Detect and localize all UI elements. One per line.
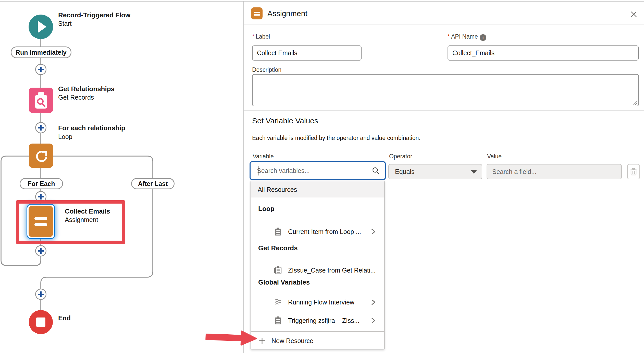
get-records-node[interactable] (29, 88, 53, 113)
get-records-node-title: Get Relationships (58, 85, 115, 93)
list-item-current-item-from-loop[interactable]: Current Item from Loop ... (251, 224, 384, 239)
loop-node-title: For each relationship (58, 124, 125, 132)
annotation-highlight-box (16, 200, 125, 244)
description-textarea[interactable] (252, 74, 639, 106)
operator-label: Operator (389, 153, 412, 160)
chevron-right-icon (371, 316, 376, 325)
all-resources-header: All Resources (251, 181, 384, 198)
record-outline-icon (274, 266, 282, 274)
group-label-get-records: Get Records (258, 244, 298, 252)
start-node-subtitle: Start (58, 20, 72, 27)
new-resource-item[interactable]: New Resource (251, 333, 384, 349)
variable-search-field (250, 161, 386, 180)
search-icon (372, 167, 380, 174)
operator-select[interactable]: Equals (388, 164, 482, 179)
flow-builder-window: Record-Triggered Flow Start Run Immediat… (0, 0, 644, 353)
record-icon (274, 228, 282, 236)
value-label: Value (487, 153, 502, 160)
group-label-loop: Loop (258, 205, 275, 213)
text-cursor (258, 166, 258, 175)
get-records-icon (34, 92, 48, 109)
chevron-down-icon (470, 170, 477, 174)
add-element-button-1[interactable] (35, 64, 46, 75)
plus-icon (259, 337, 265, 344)
label-input[interactable] (252, 45, 362, 61)
dropdown-divider (251, 331, 384, 332)
panel-title: Assignment (267, 9, 307, 18)
assignment-panel-icon (251, 7, 263, 19)
add-element-button-2[interactable] (35, 122, 46, 133)
for-each-pill: For Each (20, 178, 63, 189)
trash-icon (630, 168, 637, 175)
chevron-right-icon (371, 298, 376, 306)
list-item-triggering-zissue[interactable]: Triggering zsfjira__ZIss... (251, 313, 384, 328)
end-node[interactable] (29, 310, 53, 334)
list-item-zissue-case[interactable]: ZIssue_Case from Get Relati... (251, 263, 384, 278)
play-icon (38, 21, 46, 33)
start-node[interactable] (29, 15, 53, 39)
after-last-pill: After Last (131, 178, 175, 189)
loop-icon (34, 149, 48, 163)
start-node-title: Record-Triggered Flow (58, 11, 130, 19)
end-node-label: End (58, 314, 71, 322)
stop-icon (36, 317, 45, 327)
variable-search-input[interactable] (251, 167, 372, 175)
loop-node[interactable] (29, 144, 53, 168)
variable-label: Variable (253, 153, 274, 160)
add-element-button-4[interactable] (35, 245, 46, 256)
section-description: Each variable is modified by the operato… (252, 135, 420, 142)
api-name-input[interactable] (448, 45, 639, 61)
add-element-button-5[interactable] (35, 289, 46, 300)
value-field (487, 164, 622, 179)
description-field-label: Description (252, 66, 281, 73)
header-border (244, 25, 644, 25)
list-item-running-flow-interview[interactable]: Running Flow Interview (251, 295, 384, 310)
info-icon[interactable]: i (480, 34, 486, 41)
record-icon (274, 316, 282, 325)
delete-row-button[interactable] (627, 164, 640, 179)
flow-icon (274, 298, 282, 306)
new-resource-label: New Resource (271, 337, 313, 345)
resize-grip-icon[interactable] (633, 101, 637, 105)
annotation-arrow-icon (203, 327, 260, 349)
api-name-field-label: *API Name (448, 33, 478, 40)
run-immediately-pill: Run Immediately (11, 46, 71, 58)
loop-node-subtitle: Loop (58, 133, 72, 140)
get-records-node-subtitle: Get Records (58, 94, 94, 101)
close-icon[interactable] (629, 10, 638, 19)
value-search-input[interactable] (487, 168, 621, 175)
chevron-right-icon (371, 228, 376, 236)
label-field-label: *Label (252, 33, 270, 40)
section-divider (244, 110, 644, 111)
resource-picker-dropdown: All Resources Loop Current Item from Loo… (251, 181, 385, 349)
group-label-global-variables: Global Variables (258, 278, 310, 286)
section-heading: Set Variable Values (252, 116, 318, 125)
